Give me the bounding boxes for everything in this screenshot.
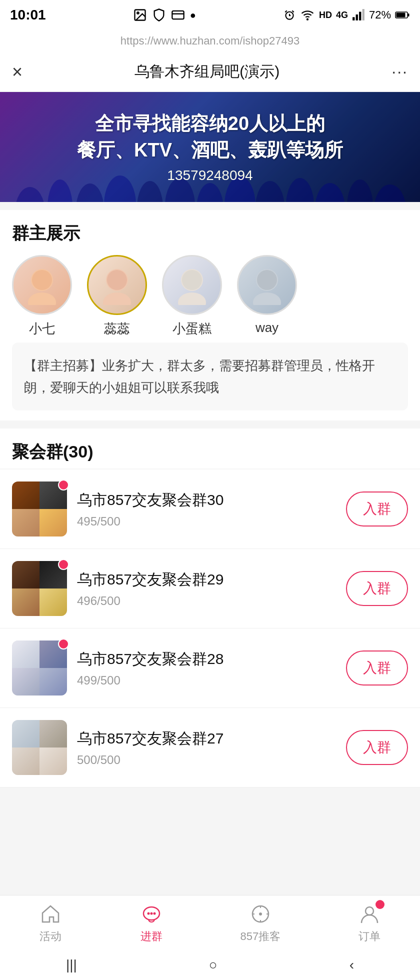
nav-label-orders: 订单 <box>358 929 380 944</box>
banner-title-line1: 全市寻找能容纳20人以上的 <box>77 110 343 137</box>
hosts-row: 小七 蕊蕊 小蛋糕 <box>12 255 408 338</box>
status-time: 10:01 <box>10 7 46 23</box>
svg-point-17 <box>76 184 104 202</box>
svg-point-43 <box>153 912 156 914</box>
nav-item-recommend[interactable]: 857推客 <box>240 902 281 944</box>
sys-back-button[interactable]: ‹ <box>350 957 354 973</box>
image-icon <box>133 8 147 22</box>
svg-point-45 <box>259 912 262 916</box>
network-label: 4G <box>336 10 348 20</box>
svg-point-7 <box>307 19 308 20</box>
join-button-4[interactable]: 入群 <box>346 730 408 765</box>
svg-point-21 <box>196 183 224 202</box>
host-avatar-1 <box>12 255 72 315</box>
group-thumb-4 <box>12 720 67 775</box>
close-button[interactable]: × <box>12 62 22 82</box>
host-item-4[interactable]: way <box>237 255 297 336</box>
svg-point-27 <box>374 184 406 202</box>
battery-label: 72% <box>369 8 391 22</box>
top-nav: × 乌鲁木齐组局吧(演示) ··· <box>0 52 420 92</box>
group-item-1: 乌市857交友聚会群30 495/500 入群 <box>0 470 420 549</box>
group-thumb-wrapper-3 <box>12 640 67 696</box>
svg-point-42 <box>150 912 152 914</box>
host-avatar-3 <box>162 255 222 315</box>
group-thumb-2 <box>12 561 67 616</box>
group-count-1: 495/500 <box>77 514 336 528</box>
svg-rect-2 <box>172 11 184 19</box>
group-count-4: 500/500 <box>77 753 336 767</box>
status-bar: 10:01 ● HD 4G 72% <box>0 0 420 30</box>
svg-rect-13 <box>396 13 406 18</box>
svg-point-15 <box>15 187 45 202</box>
nav-item-activity[interactable]: 活动 <box>38 902 62 944</box>
svg-point-30 <box>32 270 52 290</box>
svg-rect-8 <box>352 17 354 20</box>
banner-text: 全市寻找能容纳20人以上的 餐厅、KTV、酒吧、轰趴等场所 1357924809… <box>77 110 343 184</box>
group-item-2: 乌市857交友聚会群29 496/500 入群 <box>0 549 420 628</box>
svg-point-19 <box>137 181 163 202</box>
svg-point-38 <box>253 292 281 305</box>
svg-point-33 <box>107 270 127 290</box>
signal-icon <box>352 8 365 22</box>
group-thumb-wrapper-4 <box>12 720 67 775</box>
svg-point-50 <box>366 907 374 915</box>
group-badge-1 <box>58 480 69 490</box>
sys-home-button[interactable]: ○ <box>209 957 218 973</box>
orders-badge <box>376 900 384 909</box>
bottom-nav: 活动 进群 857推客 <box>0 895 420 950</box>
sys-menu-button[interactable]: ||| <box>66 957 77 973</box>
svg-point-25 <box>315 183 345 202</box>
nav-icon-activity <box>38 902 62 926</box>
status-right-icons: HD 4G 72% <box>283 8 410 22</box>
group-info-4: 乌市857交友聚会群27 500/500 <box>77 728 336 767</box>
nav-icon-orders <box>358 902 382 926</box>
group-thumb-3 <box>12 640 67 696</box>
svg-point-36 <box>182 270 202 290</box>
nav-item-join[interactable]: 进群 <box>140 902 164 944</box>
svg-point-1 <box>137 12 139 14</box>
join-button-3[interactable]: 入群 <box>346 650 408 686</box>
hosts-section: 群主展示 小七 蕊蕊 <box>0 210 420 420</box>
more-button[interactable]: ··· <box>392 62 408 81</box>
svg-point-23 <box>256 181 284 202</box>
group-item-3: 乌市857交友聚会群28 499/500 入群 <box>0 628 420 708</box>
host-item-3[interactable]: 小蛋糕 <box>162 255 222 338</box>
compass-icon <box>250 903 272 925</box>
svg-point-41 <box>147 912 150 914</box>
group-section-header: 聚会群(30) <box>0 428 420 468</box>
card-icon <box>171 8 185 22</box>
dot-icon: ● <box>190 10 196 21</box>
svg-rect-9 <box>356 14 358 20</box>
join-button-2[interactable]: 入群 <box>346 571 408 606</box>
chat-icon <box>140 903 162 925</box>
page-title: 乌鲁木齐组局吧(演示) <box>134 62 280 82</box>
group-count-3: 499/500 <box>77 674 336 688</box>
url-bar[interactable]: https://www.huzhan.com/ishop27493 <box>0 30 420 52</box>
svg-point-35 <box>178 292 206 305</box>
battery-icon <box>395 9 410 21</box>
host-avatar-4 <box>237 255 297 315</box>
group-list: 乌市857交友聚会群30 495/500 入群 乌市857交友聚会 <box>0 470 420 788</box>
svg-rect-10 <box>359 12 361 20</box>
group-section: 聚会群(30) 乌市857交友聚会群30 495/500 入群 <box>0 428 420 788</box>
svg-line-6 <box>292 10 294 12</box>
system-bar: ||| ○ ‹ <box>0 950 420 980</box>
svg-point-29 <box>28 292 56 305</box>
svg-line-5 <box>285 10 286 12</box>
host-name-1: 小七 <box>29 320 55 338</box>
url-text: https://www.huzhan.com/ishop27493 <box>120 34 300 48</box>
hosts-section-title: 群主展示 <box>12 222 408 245</box>
host-item-1[interactable]: 小七 <box>12 255 72 338</box>
banner-phone: 13579248094 <box>77 168 343 184</box>
host-name-4: way <box>256 320 278 336</box>
group-badge-3 <box>58 638 69 650</box>
group-name-4: 乌市857交友聚会群27 <box>77 728 336 749</box>
nav-item-orders[interactable]: 订单 <box>358 902 382 944</box>
group-name-1: 乌市857交友聚会群30 <box>77 490 336 510</box>
host-item-2[interactable]: 蕊蕊 <box>87 255 147 338</box>
group-info-3: 乌市857交友聚会群28 499/500 <box>77 649 336 688</box>
group-info-1: 乌市857交友聚会群30 495/500 <box>77 490 336 528</box>
host-description: 【群主招募】业务扩大，群太多，需要招募群管理员，性格开朗，爱聊天的小姐姐可以联系… <box>12 342 408 410</box>
join-button-1[interactable]: 入群 <box>346 492 408 526</box>
group-section-title: 聚会群(30) <box>12 440 408 464</box>
